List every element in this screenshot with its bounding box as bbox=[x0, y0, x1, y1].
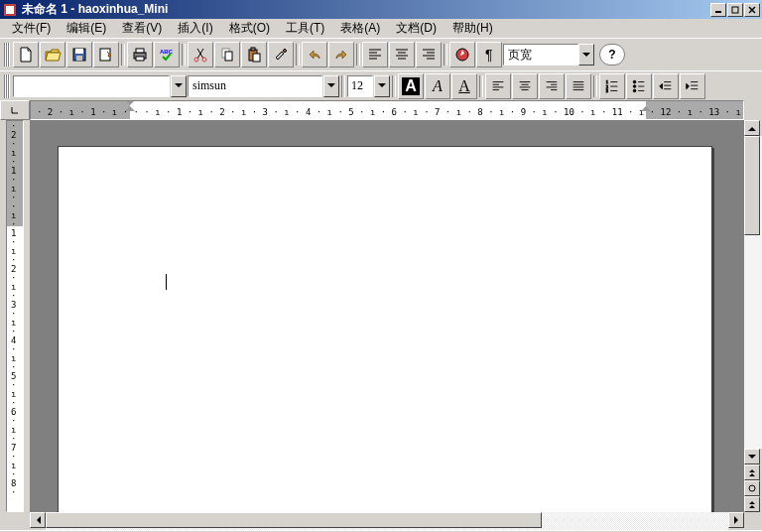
scroll-up-button[interactable] bbox=[744, 120, 760, 136]
help-button[interactable]: ? bbox=[599, 44, 625, 66]
window-title: 未命名 1 - haoxinhua_Mini bbox=[18, 1, 710, 18]
standard-toolbar: ABC ¶ ? bbox=[0, 39, 762, 70]
scroll-right-button[interactable] bbox=[728, 512, 744, 528]
align-right-para-button[interactable] bbox=[416, 42, 442, 67]
svg-point-59 bbox=[633, 84, 636, 87]
maximize-button[interactable] bbox=[727, 3, 743, 17]
vertical-ruler-column: ·2·ı·1·ı··ı·1·ı·2·ı·3·ı·4·ı·5·ı·6·ı·7·ı·… bbox=[0, 120, 30, 512]
align-center-para-button[interactable] bbox=[389, 42, 415, 67]
page[interactable] bbox=[58, 146, 712, 512]
align-left-para-button[interactable] bbox=[362, 42, 388, 67]
ruler-row: · 2 · ı · 1 · ı · · · ı · 1 · ı · 2 · ı … bbox=[0, 100, 762, 120]
svg-rect-17 bbox=[225, 52, 232, 61]
align-left-button[interactable] bbox=[485, 73, 511, 99]
hscroll-thumb[interactable] bbox=[46, 512, 542, 528]
svg-point-57 bbox=[633, 80, 636, 83]
font-dropdown-button[interactable] bbox=[323, 75, 339, 97]
hruler-ticks: · 2 · ı · 1 · ı · · · ı · 1 · ı · 2 · ı … bbox=[37, 103, 744, 120]
svg-point-69 bbox=[749, 485, 755, 491]
cut-button[interactable] bbox=[188, 42, 213, 67]
align-right-button[interactable] bbox=[539, 73, 565, 99]
underline-button[interactable]: A bbox=[451, 73, 477, 99]
nav-target-button[interactable] bbox=[744, 480, 760, 496]
svg-rect-19 bbox=[251, 48, 255, 51]
scroll-down-button[interactable] bbox=[744, 449, 760, 465]
numbered-list-button[interactable]: 123 bbox=[599, 73, 625, 99]
zoom-input[interactable] bbox=[503, 44, 578, 66]
font-size-input[interactable] bbox=[347, 75, 373, 97]
horizontal-ruler[interactable]: · 2 · ı · 1 · ı · · · ı · 1 · ı · 2 · ı … bbox=[30, 100, 744, 120]
font-size-dropdown-button[interactable] bbox=[374, 75, 390, 97]
style-dropdown-button[interactable] bbox=[171, 75, 187, 97]
svg-rect-8 bbox=[76, 56, 82, 61]
ruler-corner bbox=[0, 100, 30, 120]
horizontal-scrollbar[interactable] bbox=[30, 512, 744, 530]
menu-view[interactable]: 查看(V) bbox=[114, 18, 170, 39]
svg-text:3: 3 bbox=[606, 88, 609, 93]
spellcheck-button[interactable]: ABC bbox=[154, 42, 180, 67]
minimize-button[interactable] bbox=[710, 3, 726, 17]
svg-rect-3 bbox=[732, 7, 738, 13]
next-page-button[interactable] bbox=[744, 496, 760, 512]
svg-rect-7 bbox=[75, 49, 83, 54]
decrease-indent-button[interactable] bbox=[653, 73, 679, 99]
text-cursor bbox=[166, 274, 167, 290]
vscroll-thumb[interactable] bbox=[744, 136, 760, 235]
svg-rect-1 bbox=[6, 6, 14, 14]
svg-rect-12 bbox=[136, 57, 144, 61]
zoom-dropdown-button[interactable] bbox=[578, 44, 594, 66]
formatting-toolbar: A A A 123 bbox=[0, 70, 762, 100]
svg-rect-20 bbox=[253, 54, 260, 62]
vertical-scrollbar[interactable] bbox=[744, 120, 762, 512]
svg-point-14 bbox=[194, 58, 198, 62]
justify-button[interactable] bbox=[566, 73, 591, 99]
titlebar: 未命名 1 - haoxinhua_Mini bbox=[0, 0, 762, 19]
right-indent-marker[interactable] bbox=[641, 101, 651, 111]
bullet-list-button[interactable] bbox=[626, 73, 652, 99]
left-indent-marker[interactable] bbox=[125, 101, 135, 111]
hscroll-row bbox=[0, 512, 762, 530]
italic-button[interactable]: A bbox=[425, 73, 450, 99]
menu-tools[interactable]: 工具(T) bbox=[278, 18, 332, 39]
new-button[interactable] bbox=[13, 42, 39, 67]
style-select[interactable] bbox=[13, 75, 170, 97]
scroll-left-button[interactable] bbox=[30, 512, 46, 528]
menubar: 文件(F) 编辑(E) 查看(V) 插入(I) 格式(O) 工具(T) 表格(A… bbox=[0, 19, 762, 39]
menu-help[interactable]: 帮助(H) bbox=[444, 18, 501, 39]
menu-document[interactable]: 文档(D) bbox=[388, 18, 444, 39]
menu-file[interactable]: 文件(F) bbox=[4, 18, 59, 39]
print-button[interactable] bbox=[127, 42, 153, 67]
menu-table[interactable]: 表格(A) bbox=[332, 18, 388, 39]
open-button[interactable] bbox=[40, 42, 65, 67]
align-center-button[interactable] bbox=[512, 73, 538, 99]
menu-edit[interactable]: 编辑(E) bbox=[59, 18, 114, 39]
editor-area: ·2·ı·1·ı··ı·1·ı·2·ı·3·ı·4·ı·5·ı·6·ı·7·ı·… bbox=[0, 120, 762, 512]
redo-button[interactable] bbox=[328, 42, 354, 67]
svg-rect-11 bbox=[136, 49, 144, 53]
copy-button[interactable] bbox=[214, 42, 240, 67]
svg-point-61 bbox=[633, 89, 636, 92]
undo-button[interactable] bbox=[302, 42, 327, 67]
increase-indent-button[interactable] bbox=[680, 73, 705, 99]
app-icon bbox=[2, 2, 18, 18]
bold-button[interactable]: A bbox=[398, 73, 424, 99]
edit-doc-button[interactable] bbox=[93, 42, 119, 67]
svg-point-15 bbox=[202, 58, 206, 62]
close-button[interactable] bbox=[744, 3, 760, 17]
font-select[interactable] bbox=[188, 75, 322, 97]
menu-insert[interactable]: 插入(I) bbox=[170, 18, 220, 39]
paste-button[interactable] bbox=[241, 42, 267, 67]
menu-format[interactable]: 格式(O) bbox=[221, 18, 278, 39]
toolbar2-grip[interactable] bbox=[4, 74, 10, 98]
vertical-ruler[interactable]: ·2·ı·1·ı··ı·1·ı·2·ı·3·ı·4·ı·5·ı·6·ı·7·ı·… bbox=[6, 120, 24, 512]
prev-page-button[interactable] bbox=[744, 465, 760, 480]
svg-text:¶: ¶ bbox=[485, 47, 493, 63]
navigator-button[interactable] bbox=[449, 42, 475, 67]
save-button[interactable] bbox=[66, 42, 92, 67]
document-viewport[interactable] bbox=[30, 120, 744, 512]
toolbar-grip[interactable] bbox=[4, 43, 10, 66]
svg-text:ABC: ABC bbox=[160, 49, 174, 55]
format-paintbrush-button[interactable] bbox=[268, 42, 294, 67]
nonprinting-chars-button[interactable]: ¶ bbox=[476, 42, 502, 67]
